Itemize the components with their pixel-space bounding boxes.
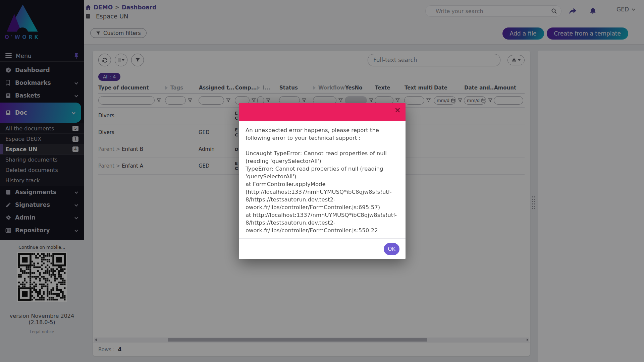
error-line: TypeError: Cannot read properties of nul… [246, 165, 399, 180]
error-intro-text: An unexpected error happens, please repo… [246, 126, 399, 142]
error-line: Uncaught TypeError: Cannot read properti… [246, 149, 399, 165]
error-modal-header: × [239, 103, 406, 121]
error-modal-body: An unexpected error happens, please repo… [239, 121, 406, 238]
app-root: DEMO > Dashboard Espace UN [0, 0, 644, 362]
close-icon[interactable]: × [394, 106, 401, 114]
error-modal-footer: OK [239, 238, 406, 259]
ok-button[interactable]: OK [384, 243, 399, 255]
error-modal: × An unexpected error happens, please re… [239, 103, 406, 259]
error-line: at http://localhost:1337/nmhUYMUSQ*ibC8q… [246, 211, 399, 234]
error-line: at FormController.applyMode (http://loca… [246, 180, 399, 211]
